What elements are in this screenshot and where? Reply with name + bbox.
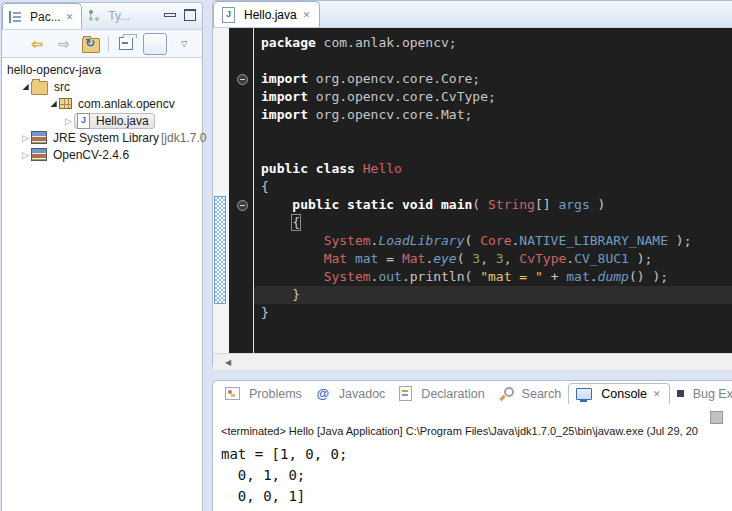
tree-item-hello-opencv-java[interactable]: hello-opencv-java (2, 61, 202, 78)
fold-marker[interactable] (237, 74, 248, 85)
range-indicator (214, 196, 226, 304)
code-token: ( (465, 233, 481, 248)
code-token: ( (457, 251, 473, 266)
code-line (254, 52, 732, 70)
collapsed-arrow-icon[interactable] (20, 133, 31, 143)
console-status: <terminated> Hello [Java Application] C:… (221, 425, 698, 437)
java-file-icon (77, 113, 90, 129)
code-token: = (378, 251, 401, 266)
fold-marker[interactable] (237, 200, 248, 211)
code-token: . (566, 251, 574, 266)
tree-item-opencv-2-4-6[interactable]: OpenCV-2.4.6 (2, 146, 202, 163)
view-tab-ty[interactable]: Ty... (82, 3, 137, 29)
tree-item-src[interactable]: src (2, 78, 202, 95)
code-token: org.opencv.core.CvType; (308, 89, 496, 104)
forward-button[interactable] (54, 34, 74, 54)
view-menu-button[interactable] (174, 34, 194, 54)
tree-item-label: OpenCV-2.4.6 (51, 148, 131, 162)
tab-declaration[interactable]: Declaration (392, 383, 491, 404)
back-button[interactable] (27, 34, 47, 54)
editor-tabbar: Hello.java (213, 1, 732, 28)
project-tree: hello-opencv-javasrccom.anlak.opencvHell… (2, 58, 202, 163)
tab-console[interactable]: Console (568, 383, 669, 404)
code-token: , (504, 251, 520, 266)
maximize-icon[interactable] (184, 9, 196, 21)
collapsed-arrow-icon[interactable] (20, 150, 31, 160)
code-token: eye (433, 251, 456, 266)
editor-tab-hello-java[interactable]: Hello.java (213, 1, 320, 27)
type-hierarchy-icon (88, 10, 100, 22)
view-tab-label: Ty... (108, 9, 130, 23)
code-line: System.out.println( "mat = " + mat.dump(… (254, 268, 732, 286)
code-token: NATIVE_LIBRARY_NAME (519, 233, 668, 248)
tree-item-hello-java[interactable]: Hello.java (2, 112, 202, 129)
code-token: ); (629, 251, 652, 266)
code-token: . (590, 269, 598, 284)
tab-problems[interactable]: Problems (218, 384, 309, 404)
tree-item-com-anlak-opencv[interactable]: com.anlak.opencv (2, 95, 202, 112)
expanded-arrow-icon[interactable] (48, 99, 59, 108)
tree-selection: Hello.java (74, 113, 155, 129)
bottom-tabbar: ProblemsJavadocDeclarationSearchConsoleB… (213, 381, 732, 406)
code-line (254, 142, 732, 160)
code-token: import (261, 71, 308, 86)
up-icon (82, 38, 100, 53)
console-content: <terminated> Hello [Java Application] C:… (213, 406, 732, 511)
terminate-button[interactable] (710, 411, 723, 424)
tab-bug-explorer[interactable]: Bug Explorer (670, 384, 732, 404)
tab-label: Console (601, 387, 647, 401)
code-token: ( (472, 197, 488, 212)
tree-item-label: JRE System Library (51, 131, 161, 145)
collapse-all-icon (119, 37, 133, 50)
code-token: } (261, 287, 300, 302)
minimize-icon[interactable] (164, 9, 174, 21)
tree-item-decoration: [jdk1.7.0 (161, 131, 206, 145)
code-token: Core (480, 233, 511, 248)
java-file-icon (222, 7, 235, 23)
code-token: com.anlak.opencv; (316, 35, 457, 50)
close-icon[interactable] (652, 389, 662, 399)
code-token: [] (535, 197, 558, 212)
close-icon[interactable] (302, 10, 312, 20)
code-line: { (254, 178, 732, 196)
code-token: + (543, 269, 566, 284)
folding-ruler (229, 28, 254, 353)
code-token (347, 251, 355, 266)
code-token (355, 161, 363, 176)
code-token: Mat (402, 251, 425, 266)
view-tab-pac[interactable]: Pac... (2, 3, 82, 29)
code-area[interactable]: package com.anlak.opencv; import org.ope… (254, 28, 732, 353)
code-line: { (254, 214, 732, 232)
view-menu-icon (181, 39, 187, 48)
tab-javadoc[interactable]: Javadoc (309, 383, 393, 404)
code-token: org.opencv.core.Core; (308, 71, 480, 86)
tab-search[interactable]: Search (492, 384, 569, 404)
expanded-arrow-icon[interactable] (20, 82, 31, 91)
view-tabbar: Pac...Ty... (2, 3, 202, 30)
declaration-icon (399, 386, 412, 401)
code-token: System (324, 233, 371, 248)
tree-item-jre-system-library[interactable]: JRE System Library [jdk1.7.0 (2, 129, 202, 146)
code-token (261, 269, 324, 284)
code-token: LoadLibrary (378, 233, 464, 248)
collapsed-arrow-icon[interactable] (63, 116, 74, 126)
code-token: 3 (472, 251, 480, 266)
code-token: package (261, 35, 316, 50)
code-token: () ); (629, 269, 668, 284)
collapse-all-button[interactable] (116, 34, 136, 54)
code-line: import org.opencv.core.Core; (254, 70, 732, 88)
scroll-left-icon[interactable] (225, 358, 231, 367)
code-token: ) (590, 197, 606, 212)
code-token: "mat = " (480, 269, 543, 284)
annotation-ruler (213, 28, 229, 353)
close-icon[interactable] (65, 12, 75, 22)
code-token: import (261, 89, 308, 104)
code-token: org.opencv.core.Mat; (308, 107, 472, 122)
code-token: 3 (496, 251, 504, 266)
code-token: Hello (363, 161, 402, 176)
up-button[interactable] (81, 34, 101, 54)
package-explorer-toolbar (2, 30, 202, 58)
code-token: mat (355, 251, 378, 266)
horizontal-scrollbar[interactable] (213, 353, 732, 370)
link-with-editor-button[interactable] (143, 33, 167, 55)
